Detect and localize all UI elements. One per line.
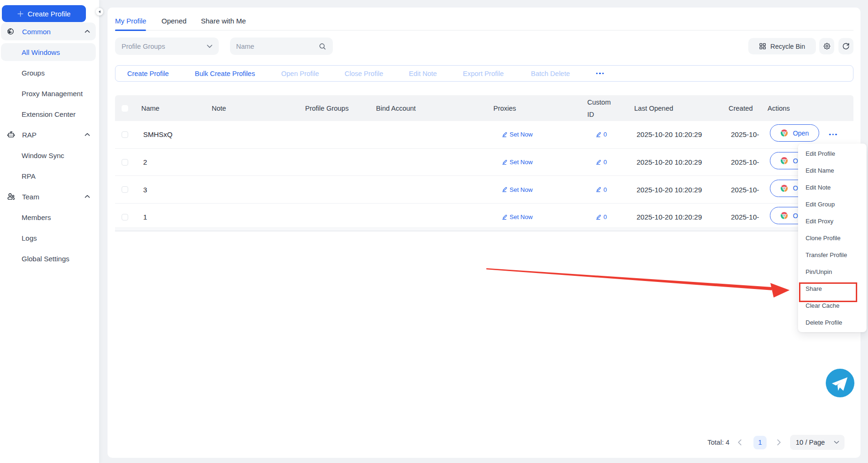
horizontal-scrollbar[interactable] [115, 227, 853, 231]
sidebar-item-label: Global Settings [22, 255, 69, 263]
team-icon [7, 193, 15, 201]
sidebar-item-label: Window Sync [22, 152, 64, 159]
edit-icon [596, 187, 601, 192]
set-now-link[interactable]: Set Now [502, 213, 533, 220]
sidebar-item-label: All Windows [22, 48, 60, 56]
tab-my-profile[interactable]: My Profile [115, 11, 146, 30]
tab-opened[interactable]: Opened [161, 11, 186, 30]
page-number-1[interactable]: 1 [753, 436, 767, 449]
sidebar-item-groups[interactable]: Groups [1, 64, 96, 82]
column-note: Note [212, 95, 226, 121]
created-value: 2025-10- [731, 121, 759, 148]
sidebar-group-label: RAP [22, 131, 37, 139]
edit-icon [596, 214, 601, 220]
toolbar-close-profile[interactable]: Close Profile [345, 66, 383, 81]
sidebar-item-logs[interactable]: Logs [1, 229, 96, 247]
menu-item-transfer-profile[interactable]: Transfer Profile [798, 246, 867, 263]
profile-groups-select[interactable]: Profile Groups [115, 38, 219, 55]
edit-icon [502, 214, 507, 220]
menu-item-edit-group[interactable]: Edit Group [798, 196, 867, 213]
name-search [230, 38, 333, 55]
toolbar-link-label: Open Profile [281, 70, 319, 77]
sidebar-group-team[interactable]: Team [1, 188, 96, 205]
recycle-bin-button[interactable]: Recycle Bin [748, 38, 816, 54]
sidebar-item-window-sync[interactable]: Window Sync [1, 146, 96, 164]
menu-item-clear-cache[interactable]: Clear Cache [798, 297, 867, 314]
toolbar-batch-delete[interactable]: Batch Delete [531, 66, 570, 81]
settings-button[interactable] [819, 38, 834, 54]
toolbar-open-profile[interactable]: Open Profile [281, 66, 319, 81]
sidebar-item-extension-center[interactable]: Extension Center [1, 105, 96, 123]
custom-id-edit-link[interactable]: 0 [596, 159, 607, 166]
toolbar-more-button[interactable] [596, 66, 604, 81]
custom-id-edit-link[interactable]: 0 [596, 213, 607, 220]
chevron-down-icon [207, 44, 213, 48]
menu-item-edit-profile[interactable]: Edit Profile [798, 145, 867, 162]
last-opened-value: 2025-10-20 10:20:29 [637, 121, 702, 148]
sidebar-item-members[interactable]: Members [1, 208, 96, 226]
toolbar-create-profile[interactable]: Create Profile [127, 66, 169, 81]
sidebar-item-label: Groups [22, 69, 45, 77]
set-now-link[interactable]: Set Now [502, 186, 533, 193]
chevron-right-icon [777, 439, 781, 446]
custom-id-edit-link[interactable]: 0 [596, 186, 607, 193]
custom-id-edit-link[interactable]: 0 [596, 131, 607, 138]
page-size-value: 10 / Page [796, 439, 825, 446]
created-value: 2025-10- [731, 204, 759, 231]
open-profile-button[interactable]: Open [770, 124, 819, 142]
sidebar-item-rpa[interactable]: RPA [1, 167, 96, 185]
last-opened-value: 2025-10-20 10:20:29 [637, 176, 702, 203]
chrome-icon [780, 129, 788, 137]
menu-item-delete-profile[interactable]: Delete Profile [798, 314, 867, 331]
toolbar-bulk-create-profiles[interactable]: Bulk Create Profiles [195, 66, 255, 81]
next-page-button[interactable] [773, 435, 784, 450]
edit-icon [502, 187, 507, 192]
toolbar-link-label: Edit Note [409, 70, 437, 77]
created-value: 2025-10- [731, 176, 759, 203]
toolbar-edit-note[interactable]: Edit Note [409, 66, 437, 81]
row-more-button[interactable] [829, 134, 837, 136]
sidebar-group-common[interactable]: Common [1, 23, 96, 40]
open-label: Open [793, 129, 809, 137]
row-checkbox[interactable] [122, 131, 128, 138]
row-checkbox[interactable] [122, 159, 128, 166]
column-profile-groups: Profile Groups [305, 95, 349, 121]
refresh-button[interactable] [838, 38, 853, 54]
name-search-input[interactable] [230, 38, 333, 55]
sidebar-group-label: Common [22, 28, 51, 36]
menu-item-edit-note[interactable]: Edit Note [798, 179, 867, 196]
row-checkbox[interactable] [122, 214, 128, 220]
edit-icon [596, 132, 601, 137]
set-now-link[interactable]: Set Now [502, 159, 533, 166]
chrome-icon [780, 212, 788, 220]
prev-page-button[interactable] [734, 435, 745, 450]
page-size-select[interactable]: 10 / Page [790, 435, 845, 450]
menu-item-share[interactable]: Share [798, 280, 867, 297]
sidebar-item-label: Proxy Management [22, 90, 83, 98]
create-profile-button[interactable]: Create Profile [2, 5, 86, 22]
profile-name: 3 [143, 176, 147, 203]
tab-share-with-me[interactable]: Share with Me [201, 11, 246, 30]
chevron-left-icon [737, 439, 742, 446]
menu-item-pin-unpin[interactable]: Pin/Unpin [798, 263, 867, 280]
sidebar-item-proxy-management[interactable]: Proxy Management [1, 84, 96, 102]
sidebar-item-all-windows[interactable]: All Windows [1, 43, 96, 61]
toolbar-export-profile[interactable]: Export Profile [463, 66, 504, 81]
grid-icon [759, 43, 766, 50]
row-checkbox[interactable] [122, 186, 128, 193]
last-opened-value: 2025-10-20 10:20:29 [637, 149, 702, 176]
sidebar-item-global-settings[interactable]: Global Settings [1, 250, 96, 267]
menu-item-edit-proxy[interactable]: Edit Proxy [798, 213, 867, 229]
set-now-link[interactable]: Set Now [502, 131, 533, 138]
menu-item-clone-profile[interactable]: Clone Profile [798, 229, 867, 246]
sidebar-collapse-button[interactable] [96, 8, 103, 15]
profile-name: SMHSxQ [143, 121, 173, 148]
pagination: Total: 4 1 10 / Page [108, 435, 853, 450]
menu-item-edit-name[interactable]: Edit Name [798, 162, 867, 179]
telegram-button[interactable] [826, 369, 854, 397]
select-all-checkbox[interactable] [122, 105, 128, 112]
tab-label: Share with Me [201, 17, 246, 25]
sidebar-group-rap[interactable]: RAP [1, 126, 96, 144]
chevron-up-icon [84, 30, 90, 33]
search-icon[interactable] [319, 43, 326, 50]
